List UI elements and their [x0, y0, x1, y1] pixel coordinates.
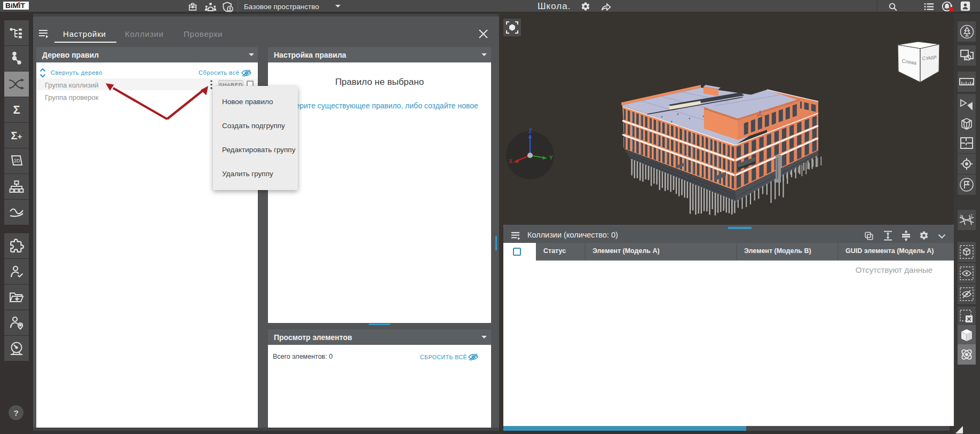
svg-text:Z: Z — [529, 128, 532, 134]
svg-text:2: 2 — [970, 214, 973, 217]
svg-text:Y: Y — [549, 155, 553, 161]
svg-text:2D: 2D — [14, 158, 20, 163]
svg-text:X: X — [509, 159, 512, 164]
svg-text:1: 1 — [960, 214, 962, 218]
